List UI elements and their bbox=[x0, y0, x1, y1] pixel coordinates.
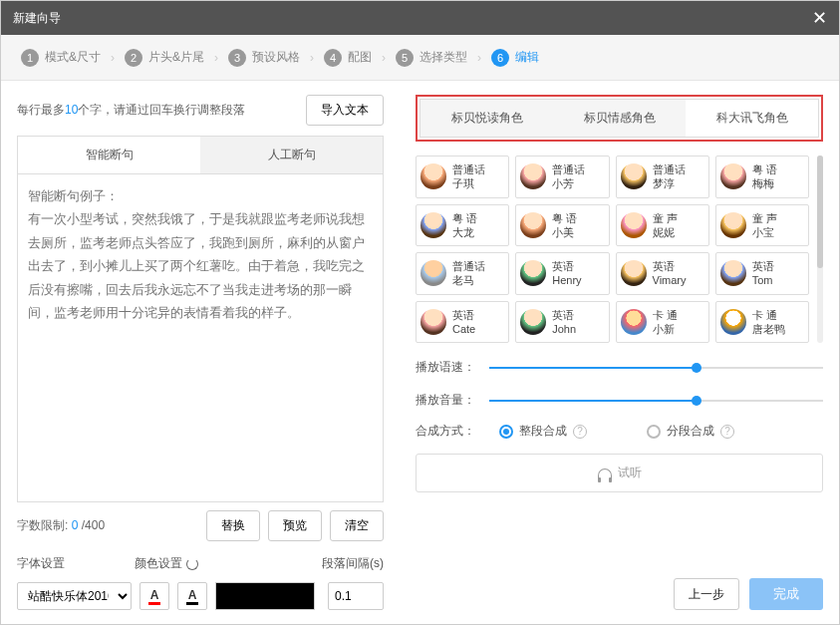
left-header: 每行最多10个字，请通过回车换行调整段落 导入文本 bbox=[17, 95, 384, 126]
synth-segment-option[interactable]: 分段合成 ? bbox=[647, 423, 734, 440]
help-icon[interactable]: ? bbox=[720, 425, 734, 439]
voice-option[interactable]: 英语Tom bbox=[715, 252, 809, 295]
voice-lang: 卡 通 bbox=[752, 308, 785, 322]
close-icon[interactable]: ✕ bbox=[812, 7, 827, 29]
speed-slider[interactable] bbox=[489, 360, 823, 376]
voice-name: 妮妮 bbox=[653, 225, 678, 239]
count-row: 字数限制: 0 /400 替换 预览 清空 bbox=[17, 510, 384, 541]
voice-option[interactable]: 英语Cate bbox=[416, 301, 509, 344]
voice-option[interactable]: 粤 语小美 bbox=[515, 204, 609, 247]
voice-option[interactable]: 普通话子琪 bbox=[416, 156, 509, 198]
voice-option[interactable]: 普通话老马 bbox=[416, 252, 509, 295]
step-1[interactable]: 1模式&尺寸 bbox=[21, 49, 101, 67]
voice-area: 普通话子琪普通话小芳普通话梦淳粤 语梅梅粤 语大龙粤 语小美童 声妮妮童 声小宝… bbox=[416, 156, 823, 343]
import-text-button[interactable]: 导入文本 bbox=[306, 95, 384, 126]
voice-name: 小美 bbox=[552, 225, 577, 239]
sentence-tabs: 智能断句 人工断句 bbox=[17, 136, 384, 174]
footer: 上一步 完成 bbox=[416, 564, 823, 610]
text-color-button[interactable]: A bbox=[140, 582, 169, 610]
titlebar: 新建向导 ✕ bbox=[1, 1, 839, 35]
voice-lang: 英语 bbox=[552, 308, 576, 322]
voice-lang: 英语 bbox=[752, 259, 774, 273]
font-label: 字体设置 bbox=[17, 555, 65, 572]
prev-button[interactable]: 上一步 bbox=[674, 578, 739, 610]
voice-option[interactable]: 卡 通唐老鸭 bbox=[715, 301, 809, 344]
voice-lang: 普通话 bbox=[452, 162, 485, 176]
voice-lang: 普通话 bbox=[452, 259, 485, 273]
settings-controls: 站酷快乐体2016 A A bbox=[17, 582, 384, 610]
step-label: 预设风格 bbox=[252, 49, 300, 66]
voice-lang: 童 声 bbox=[653, 211, 678, 225]
help-icon[interactable]: ? bbox=[573, 425, 587, 439]
avatar bbox=[420, 163, 446, 189]
voice-option[interactable]: 粤 语梅梅 bbox=[715, 156, 809, 198]
color-label: 颜色设置 bbox=[135, 555, 198, 572]
voice-name: 唐老鸭 bbox=[752, 322, 785, 336]
step-num-icon: 4 bbox=[324, 49, 342, 67]
tab-biaobeiread[interactable]: 标贝悦读角色 bbox=[420, 100, 553, 137]
text-color2-button[interactable]: A bbox=[177, 582, 207, 610]
volume-row: 播放音量： bbox=[416, 392, 823, 409]
voice-lang: 粤 语 bbox=[552, 211, 577, 225]
finish-button[interactable]: 完成 bbox=[749, 578, 823, 610]
tab-auto-break[interactable]: 智能断句 bbox=[18, 137, 200, 173]
dialog: 新建向导 ✕ 1模式&尺寸›2片头&片尾›3预设风格›4配图›5选择类型›6编辑… bbox=[0, 0, 840, 625]
synth-full-option[interactable]: 整段合成 ? bbox=[499, 423, 587, 440]
volume-slider[interactable] bbox=[489, 393, 823, 409]
radio-icon bbox=[499, 425, 513, 439]
step-2[interactable]: 2片头&片尾 bbox=[125, 49, 204, 67]
clear-button[interactable]: 清空 bbox=[330, 510, 384, 541]
radio-icon bbox=[647, 425, 661, 439]
avatar bbox=[621, 212, 647, 238]
voice-option[interactable]: 童 声小宝 bbox=[715, 204, 809, 247]
chevron-right-icon: › bbox=[477, 51, 481, 65]
avatar bbox=[520, 260, 546, 286]
tab-iflytek[interactable]: 科大讯飞角色 bbox=[686, 100, 818, 137]
color-swatch[interactable] bbox=[215, 582, 315, 610]
preview-button[interactable]: 预览 bbox=[268, 510, 322, 541]
voice-option[interactable]: 普通话小芳 bbox=[515, 156, 609, 198]
voice-name: 梦淳 bbox=[653, 176, 686, 190]
right-panel: 标贝悦读角色 标贝情感角色 科大讯飞角色 普通话子琪普通话小芳普通话梦淳粤 语梅… bbox=[400, 81, 839, 624]
voice-lang: 普通话 bbox=[552, 162, 585, 176]
voice-lang: 粤 语 bbox=[452, 211, 477, 225]
voice-option[interactable]: 粤 语大龙 bbox=[416, 204, 509, 247]
step-num-icon: 1 bbox=[21, 49, 39, 67]
step-4[interactable]: 4配图 bbox=[324, 49, 372, 67]
voice-vendor-tabs-highlight: 标贝悦读角色 标贝情感角色 科大讯飞角色 bbox=[416, 95, 823, 142]
left-panel: 每行最多10个字，请通过回车换行调整段落 导入文本 智能断句 人工断句 字数限制… bbox=[1, 81, 400, 624]
step-3[interactable]: 3预设风格 bbox=[228, 49, 300, 67]
avatar bbox=[420, 212, 446, 238]
volume-label: 播放音量： bbox=[416, 392, 479, 409]
chevron-right-icon: › bbox=[382, 51, 386, 65]
voice-option[interactable]: 童 声妮妮 bbox=[616, 204, 709, 247]
voice-option[interactable]: 英语Vimary bbox=[616, 252, 709, 295]
replace-button[interactable]: 替换 bbox=[206, 510, 260, 541]
voice-lang: 粤 语 bbox=[752, 162, 777, 176]
audition-button[interactable]: 试听 bbox=[416, 454, 823, 492]
voice-option[interactable]: 英语John bbox=[515, 301, 609, 344]
step-num-icon: 2 bbox=[125, 49, 142, 67]
refresh-icon[interactable] bbox=[186, 558, 198, 570]
paragraph-gap-input[interactable] bbox=[328, 582, 384, 610]
voice-option[interactable]: 英语Henry bbox=[515, 252, 609, 295]
voice-name: 梅梅 bbox=[752, 176, 777, 190]
tab-biaobeiemotion[interactable]: 标贝情感角色 bbox=[553, 100, 686, 137]
avatar bbox=[621, 260, 647, 286]
synth-mode-row: 合成方式： 整段合成 ? 分段合成 ? bbox=[416, 423, 823, 440]
voice-name: Vimary bbox=[653, 273, 687, 287]
voice-option[interactable]: 普通话梦淳 bbox=[616, 156, 709, 198]
font-select[interactable]: 站酷快乐体2016 bbox=[17, 582, 132, 610]
text-input[interactable] bbox=[17, 174, 384, 502]
step-6[interactable]: 6编辑 bbox=[491, 49, 539, 67]
avatar bbox=[720, 260, 746, 286]
voice-scrollbar[interactable] bbox=[817, 156, 823, 343]
voice-option[interactable]: 卡 通小新 bbox=[616, 301, 709, 344]
avatar bbox=[720, 309, 746, 335]
voice-name: John bbox=[552, 322, 576, 336]
step-5[interactable]: 5选择类型 bbox=[396, 49, 467, 67]
avatar bbox=[621, 163, 647, 189]
voice-name: Cate bbox=[452, 322, 475, 336]
tab-manual-break[interactable]: 人工断句 bbox=[200, 137, 383, 173]
voice-lang: 卡 通 bbox=[653, 308, 678, 322]
